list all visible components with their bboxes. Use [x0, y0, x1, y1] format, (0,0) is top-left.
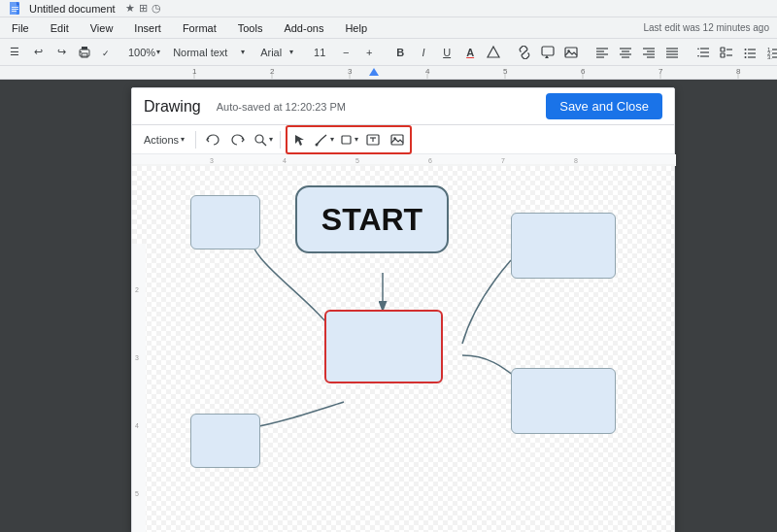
svg-text:4: 4 [135, 422, 139, 429]
svg-text:8: 8 [736, 67, 741, 76]
svg-rect-81 [391, 135, 403, 145]
svg-text:8: 8 [574, 157, 578, 164]
svg-point-76 [316, 143, 319, 146]
menu-addons[interactable]: Add-ons [280, 20, 327, 36]
numbered-list-btn[interactable]: 1.2.3. [762, 42, 777, 63]
menu-insert[interactable]: Insert [130, 20, 165, 36]
shape-box3[interactable] [511, 368, 616, 434]
svg-text:7: 7 [501, 157, 505, 164]
draw-redo-btn[interactable] [226, 128, 250, 151]
svg-point-74 [255, 135, 263, 143]
svg-text:5: 5 [503, 67, 508, 76]
svg-text:4: 4 [425, 67, 430, 76]
drawing-canvas[interactable]: 2 3 4 5 6 [132, 166, 674, 532]
document-title: Untitled document [29, 3, 116, 15]
line-tool-btn[interactable]: ▾ [313, 128, 336, 151]
svg-text:3.: 3. [767, 54, 772, 59]
svg-line-75 [262, 142, 266, 146]
svg-point-40 [745, 52, 747, 54]
menu-edit[interactable]: Edit [47, 20, 73, 36]
align-justify-btn[interactable] [661, 42, 683, 63]
highlight-btn[interactable] [483, 42, 504, 63]
font-size-plus[interactable]: + [358, 42, 380, 63]
svg-text:2: 2 [270, 67, 275, 76]
draw-sep1 [195, 131, 196, 149]
link-btn[interactable] [514, 42, 535, 63]
select-tool-btn[interactable] [288, 128, 312, 151]
shape-box4[interactable] [190, 414, 260, 468]
align-right-btn[interactable] [638, 42, 659, 63]
checklist-btn[interactable] [716, 42, 737, 63]
drawing-tool-group: ▾ ▾ [286, 125, 412, 154]
align-center-btn[interactable] [615, 42, 636, 63]
draw-zoom-btn[interactable]: ▾ [252, 128, 275, 151]
title-icons: ★ ⊞ ◷ [125, 2, 161, 15]
drawing-ruler-horizontal: 3 4 5 6 7 8 [132, 154, 674, 166]
italic-btn[interactable]: I [413, 42, 434, 63]
font-size-minus[interactable]: − [335, 42, 356, 63]
spellcheck-btn[interactable]: ✓ [97, 42, 118, 63]
draw-sep2 [280, 131, 281, 149]
svg-rect-83 [132, 154, 676, 166]
svg-text:5: 5 [355, 157, 359, 164]
shape-tool-btn[interactable]: ▾ [337, 128, 360, 151]
start-label: START [321, 202, 422, 238]
draw-undo-btn[interactable] [201, 128, 224, 151]
bullet-list-btn[interactable] [739, 42, 760, 63]
undo-btn[interactable]: ↩ [27, 42, 49, 63]
svg-text:5: 5 [135, 490, 139, 497]
save-and-close-button[interactable]: Save and Close [546, 93, 662, 119]
image-tool-btn[interactable] [386, 128, 409, 151]
zoom-control[interactable]: 100% ▾ [128, 47, 160, 58]
svg-rect-12 [542, 47, 554, 55]
svg-rect-36 [721, 53, 725, 57]
print-btn[interactable] [74, 42, 95, 63]
align-left-btn[interactable] [591, 42, 613, 63]
menu-view[interactable]: View [86, 20, 118, 36]
shape-box2[interactable] [511, 213, 616, 279]
svg-text:6: 6 [581, 67, 586, 76]
font-select[interactable]: Arial▾ [257, 42, 296, 63]
move-icon[interactable]: ⊞ [139, 2, 148, 15]
image-btn[interactable] [560, 42, 582, 63]
drawing-header: Drawing Auto-saved at 12:20:23 PM Save a… [132, 88, 674, 125]
redo-btn[interactable]: ↪ [51, 42, 72, 63]
menu-format[interactable]: Format [179, 20, 220, 36]
svg-line-11 [523, 50, 526, 54]
shape-box1[interactable] [190, 195, 260, 249]
svg-rect-6 [82, 47, 87, 50]
svg-rect-1 [10, 2, 17, 15]
svg-rect-13 [565, 48, 577, 57]
star-icon[interactable]: ★ [125, 2, 135, 15]
history-icon[interactable]: ◷ [152, 2, 161, 15]
underline-btn[interactable]: U [436, 42, 457, 63]
shape-selected[interactable] [324, 310, 443, 383]
doc-icon [8, 1, 23, 17]
svg-rect-8 [80, 51, 82, 52]
svg-text:3: 3 [135, 354, 139, 361]
bold-btn[interactable]: B [389, 42, 411, 63]
svg-point-42 [745, 56, 747, 58]
svg-rect-4 [12, 11, 17, 12]
start-shape[interactable]: START [295, 185, 449, 253]
line-spacing-btn[interactable] [693, 42, 714, 63]
svg-text:6: 6 [428, 157, 432, 164]
ruler: 1 2 3 4 5 6 7 8 [0, 66, 777, 80]
svg-rect-77 [342, 136, 351, 144]
drawing-toolbar: Actions ▾ ▾ ▾ [132, 125, 674, 154]
menu-tools[interactable]: Tools [234, 20, 267, 36]
main-toolbar: ☰ ↩ ↪ ✓ 100% ▾ Normal text▾ Arial▾ 11 − … [0, 39, 777, 66]
svg-text:✓: ✓ [102, 49, 110, 58]
font-size-field[interactable]: 11 [306, 42, 333, 63]
menu-file[interactable]: File [8, 20, 33, 36]
comment-btn[interactable] [537, 42, 558, 63]
textbox-tool-btn[interactable] [361, 128, 385, 151]
toolbar-menu-icon[interactable]: ☰ [4, 42, 25, 63]
svg-text:3: 3 [348, 67, 353, 76]
style-select[interactable]: Normal text▾ [170, 42, 248, 63]
svg-rect-2 [12, 7, 18, 8]
drawing-ruler-vertical: 2 3 4 5 6 [132, 244, 146, 532]
menu-help[interactable]: Help [341, 20, 371, 36]
actions-button[interactable]: Actions ▾ [138, 131, 190, 149]
text-color-btn[interactable]: A [459, 42, 481, 63]
